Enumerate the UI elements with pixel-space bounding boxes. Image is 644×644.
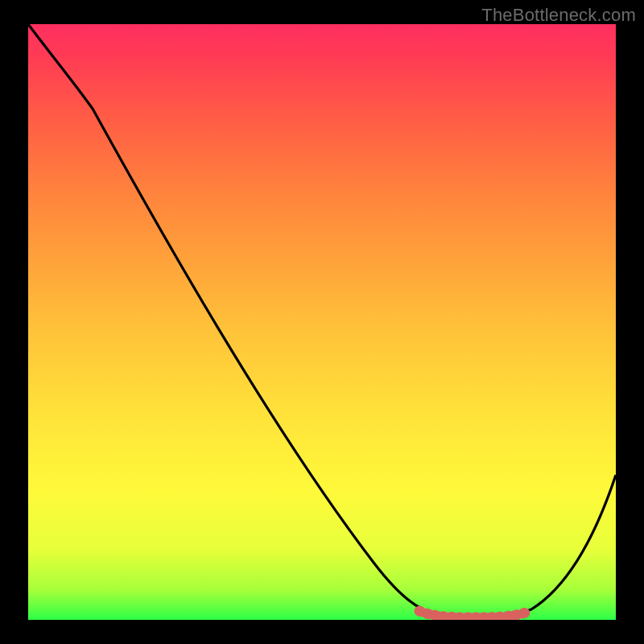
plot-area <box>28 24 616 620</box>
bottleneck-curve <box>28 24 616 617</box>
chart-frame: TheBottleneck.com <box>0 0 644 644</box>
chart-svg <box>28 24 616 620</box>
watermark-text: TheBottleneck.com <box>481 5 636 26</box>
trough-highlight <box>419 611 526 617</box>
